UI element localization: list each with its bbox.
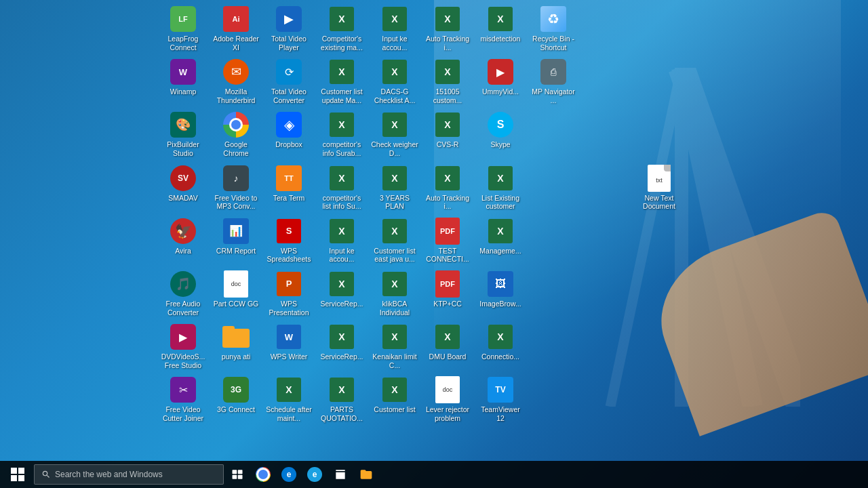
- icon-competitor-info[interactable]: X competitor's info Surab...: [316, 108, 368, 160]
- ie-icon: e: [307, 467, 322, 482]
- taskbar-edge[interactable]: e: [277, 462, 301, 487]
- taskbar-store[interactable]: [328, 462, 353, 487]
- taskbar-search[interactable]: Search the web and Windows: [34, 464, 224, 485]
- taskbar-ie[interactable]: e: [302, 462, 327, 487]
- start-button[interactable]: [3, 461, 33, 488]
- icon-manageme[interactable]: X Manageme...: [475, 215, 526, 266]
- icon-thunderbird[interactable]: ✉ Mozilla Thunderbird: [210, 56, 262, 107]
- desktop-icons: LF LeapFrog Connect Ai Adobe Reader XI ▶…: [149, 0, 694, 428]
- icon-pixbuilder[interactable]: 🎨 PixBuilder Studio: [157, 108, 209, 160]
- icon-smadav[interactable]: SV SMADAV: [157, 162, 209, 214]
- icon-dmu-board[interactable]: X DMU Board: [422, 321, 473, 372]
- icon-cvs-r[interactable]: X CVS-R: [422, 108, 473, 160]
- icon-adobe[interactable]: Ai Adobe Reader XI: [210, 3, 262, 54]
- taskbar-chrome[interactable]: [251, 462, 275, 487]
- icon-servicerep2[interactable]: X ServiceRep...: [316, 321, 368, 372]
- taskbar-explorer[interactable]: [354, 462, 378, 487]
- icon-free-video-cutter[interactable]: ✂ Free Video Cutter Joiner: [157, 373, 209, 425]
- icon-new-text-document[interactable]: txt New Text Document: [633, 162, 685, 214]
- icon-parts-quotatio[interactable]: X PARTS QUOTATIO...: [316, 373, 368, 425]
- icon-auto-tracking2[interactable]: X Auto Tracking i...: [422, 162, 473, 214]
- icon-151005[interactable]: X 151005 custom...: [422, 56, 473, 107]
- desktop: LF LeapFrog Connect Ai Adobe Reader XI ▶…: [0, 0, 868, 461]
- icon-leapfrog[interactable]: LF LeapFrog Connect: [157, 3, 209, 54]
- icon-free-audio-converter[interactable]: 🎵 Free Audio Converter: [157, 268, 209, 319]
- icon-ktp-cc[interactable]: PDF KTP+CC: [422, 268, 473, 319]
- edge-icon: e: [281, 467, 296, 482]
- store-icon: [334, 468, 347, 481]
- icon-competitor-list[interactable]: X competitor's list info Su...: [316, 162, 368, 214]
- taskbar-task-view[interactable]: [225, 462, 250, 487]
- icon-kenaikan-limit[interactable]: X Kenaikan limit C...: [369, 321, 420, 372]
- icon-klikbca[interactable]: X klikBCA Individual: [369, 268, 420, 319]
- icon-ummyvid[interactable]: ▶ UmmyVid...: [475, 56, 526, 107]
- icon-auto-tracking1[interactable]: X Auto Tracking i...: [422, 3, 473, 54]
- icon-competitor-existing[interactable]: X Competitor's existing ma...: [316, 3, 368, 54]
- icon-input-ke-accou2[interactable]: X Input ke accou...: [316, 215, 368, 266]
- icon-tera-term[interactable]: TT Tera Term: [263, 162, 315, 214]
- icon-check-weigher[interactable]: X Check weigher D...: [369, 108, 420, 160]
- svg-rect-7: [238, 475, 243, 479]
- icon-dvdvideos[interactable]: ▶ DVDVideoS... Free Studio: [157, 321, 209, 372]
- icon-total-video-converter[interactable]: ⟳ Total Video Converter: [263, 56, 315, 107]
- svg-rect-6: [233, 475, 237, 479]
- icon-skype[interactable]: S Skype: [475, 108, 526, 160]
- icon-avira[interactable]: 🦅 Avira: [157, 215, 209, 266]
- icon-customer-list2[interactable]: X Customer list: [369, 373, 420, 425]
- icon-servicerep1[interactable]: X ServiceRep...: [316, 268, 368, 319]
- icon-misdetection[interactable]: X misdetection: [475, 3, 526, 54]
- icon-part-ccw-gg[interactable]: doc Part CCW GG: [210, 268, 262, 319]
- icon-wps-spreadsheets[interactable]: S WPS Spreadsheets: [263, 215, 315, 266]
- icon-3g-connect[interactable]: 3G 3G Connect: [210, 373, 262, 425]
- icon-customer-list-update[interactable]: X Customer list update Ma...: [316, 56, 368, 107]
- icon-test-connecti[interactable]: PDF TEST CONNECTI...: [422, 215, 473, 266]
- icon-total-video-player[interactable]: ▶ Total Video Player: [263, 3, 315, 54]
- icon-wps-presentation[interactable]: P WPS Presentation: [263, 268, 315, 319]
- icon-dacs-g[interactable]: X DACS-G Checklist A...: [369, 56, 420, 107]
- icon-crm-report[interactable]: 📊 CRM Report: [210, 215, 262, 266]
- search-placeholder: Search the web and Windows: [55, 470, 163, 479]
- icon-dropbox[interactable]: ◈ Dropbox: [263, 108, 315, 160]
- icon-connectio[interactable]: X Connectio...: [475, 321, 526, 372]
- icon-wps-writer[interactable]: W WPS Writer: [263, 321, 315, 372]
- svg-rect-4: [233, 470, 237, 474]
- icon-free-video-mp3[interactable]: ♪ Free Video to MP3 Conv...: [210, 162, 262, 214]
- icon-imagebrow[interactable]: 🖼 ImageBrow...: [475, 268, 526, 319]
- icon-customer-list-java[interactable]: X Customer list east java u...: [369, 215, 420, 266]
- task-view-icon: [231, 468, 243, 481]
- icon-3years-plan[interactable]: X 3 YEARS PLAN: [369, 162, 420, 214]
- explorer-icon: [359, 468, 373, 481]
- windows-logo: [11, 468, 24, 481]
- icon-punya-ati[interactable]: punya ati: [210, 321, 262, 372]
- icon-mp-navigator[interactable]: ⎙ MP Navigator ...: [528, 56, 579, 107]
- icon-list-existing-customer[interactable]: X List Existing customer: [475, 162, 526, 214]
- icon-input-ke-accou1[interactable]: X Input ke accou...: [369, 3, 420, 54]
- svg-rect-5: [238, 470, 243, 474]
- chrome-taskbar-icon: [256, 467, 271, 482]
- icon-google-chrome[interactable]: Google Chrome: [210, 108, 262, 160]
- search-icon: [41, 470, 51, 479]
- icon-recycle-bin[interactable]: ♻ Recycle Bin - Shortcut: [528, 3, 579, 54]
- taskbar: Search the web and Windows e e: [0, 461, 868, 488]
- icon-winamp[interactable]: W Winamp: [157, 56, 209, 107]
- icon-teamviewer[interactable]: TV TeamViewer 12: [475, 373, 526, 425]
- icon-schedule[interactable]: X Schedule after maint...: [263, 373, 315, 425]
- icon-lever-rejector[interactable]: doc Lever rejector problem: [422, 373, 473, 425]
